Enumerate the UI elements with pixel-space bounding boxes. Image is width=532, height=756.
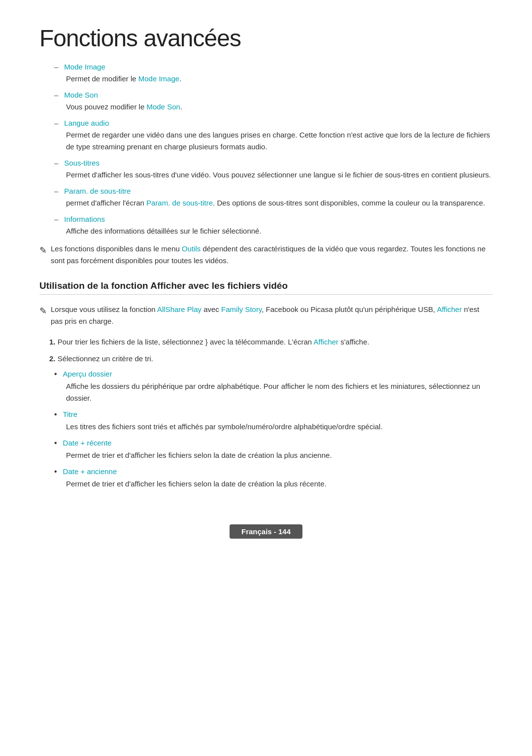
- date-recente-desc: Permet de trier et d'afficher les fichie…: [66, 449, 493, 461]
- bullet-items-list: Aperçu dossier Affiche les dossiers du p…: [39, 370, 493, 490]
- titre-desc: Les titres des fichiers sont triés et af…: [66, 421, 493, 433]
- dash-item-mode-image: Mode Image Permet de modifier le Mode Im…: [54, 63, 493, 85]
- dash-item-param-sous-titre: Param. de sous-titre permet d'afficher l…: [54, 187, 493, 209]
- dash-item-informations: Informations Affiche des informations dé…: [54, 215, 493, 237]
- sous-titres-link[interactable]: Sous-titres: [64, 159, 100, 167]
- param-sous-titre-desc: permet d'afficher l'écran Param. de sous…: [66, 197, 493, 209]
- informations-link[interactable]: Informations: [64, 215, 105, 223]
- mode-image-desc: Permet de modifier le Mode Image.: [66, 73, 493, 85]
- note-allshare-icon: ✎: [39, 304, 47, 318]
- footer: Français - 144: [39, 519, 493, 539]
- family-story-link[interactable]: Family Story: [221, 305, 262, 313]
- bullet-apercu-dossier: Aperçu dossier Affiche les dossiers du p…: [54, 370, 493, 404]
- bullet-titre: Titre Les titres des fichiers sont triés…: [54, 410, 493, 433]
- dash-item-langue-audio: Langue audio Permet de regarder une vidé…: [54, 119, 493, 153]
- afficher-link-2[interactable]: Afficher: [313, 338, 338, 346]
- note-allshare-text: Lorsque vous utilisez la fonction AllSha…: [51, 304, 493, 327]
- outils-link[interactable]: Outils: [182, 244, 200, 253]
- step-1-num: 1.: [49, 338, 56, 346]
- param-sous-titre-inline-link[interactable]: Param. de sous-titre: [146, 199, 213, 207]
- bullet-date-recente: Date + récente Permet de trier et d'affi…: [54, 439, 493, 461]
- note-allshare: ✎ Lorsque vous utilisez la fonction AllS…: [39, 304, 493, 327]
- informations-desc: Affiche des informations détaillées sur …: [66, 225, 493, 237]
- mode-son-desc: Vous pouvez modifier le Mode Son.: [66, 101, 493, 113]
- mode-son-link[interactable]: Mode Son: [64, 91, 98, 99]
- mode-son-inline-link[interactable]: Mode Son: [146, 103, 180, 111]
- note-outils-icon: ✎: [39, 243, 47, 258]
- dash-items-list: Mode Image Permet de modifier le Mode Im…: [39, 63, 493, 237]
- dash-item-sous-titres: Sous-titres Permet d'afficher les sous-t…: [54, 159, 493, 181]
- sous-titres-desc: Permet d'afficher les sous-titres d'une …: [66, 169, 493, 181]
- section2-title: Utilisation de la fonction Afficher avec…: [39, 280, 493, 295]
- param-sous-titre-link[interactable]: Param. de sous-titre: [64, 187, 131, 195]
- langue-audio-link[interactable]: Langue audio: [64, 119, 109, 127]
- step-2: 2. Sélectionnez un critère de tri.: [49, 353, 493, 365]
- mode-image-inline-link[interactable]: Mode Image: [138, 74, 179, 83]
- allshare-play-link[interactable]: AllShare Play: [157, 305, 201, 313]
- titre-link[interactable]: Titre: [63, 410, 77, 418]
- footer-badge: Français - 144: [230, 524, 302, 539]
- note-outils: ✎ Les fonctions disponibles dans le menu…: [39, 243, 493, 267]
- dash-item-mode-son: Mode Son Vous pouvez modifier le Mode So…: [54, 91, 493, 113]
- apercu-dossier-link[interactable]: Aperçu dossier: [63, 370, 112, 378]
- date-recente-link[interactable]: Date + récente: [63, 439, 112, 447]
- step-2-num: 2.: [49, 354, 56, 363]
- page-title: Fonctions avancées: [39, 25, 493, 52]
- note-outils-text: Les fonctions disponibles dans le menu O…: [51, 243, 493, 267]
- bullet-date-ancienne: Date + ancienne Permet de trier et d'aff…: [54, 467, 493, 490]
- mode-image-link[interactable]: Mode Image: [64, 63, 105, 71]
- langue-audio-desc: Permet de regarder une vidéo dans une de…: [66, 129, 493, 153]
- step-1: 1. Pour trier les fichiers de la liste, …: [49, 336, 493, 348]
- apercu-dossier-desc: Affiche les dossiers du périphérique par…: [66, 380, 493, 404]
- date-ancienne-desc: Permet de trier et d'afficher les fichie…: [66, 478, 493, 490]
- afficher-link-1[interactable]: Afficher: [437, 305, 462, 313]
- date-ancienne-link[interactable]: Date + ancienne: [63, 467, 117, 476]
